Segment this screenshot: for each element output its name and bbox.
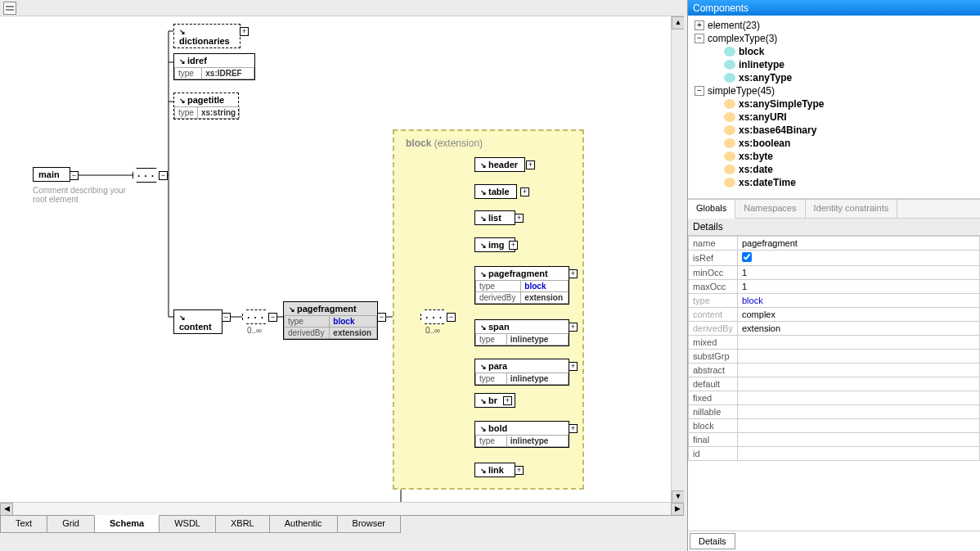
node-br-expand[interactable]: + — [503, 396, 512, 405]
node-para[interactable]: ↘paratypeinlinetype — [474, 359, 569, 386]
details-row[interactable]: default — [689, 377, 980, 391]
details-value[interactable] — [738, 364, 980, 377]
cell-val[interactable]: block — [521, 281, 569, 292]
tab-text[interactable]: Text — [0, 516, 47, 533]
node-span-expand[interactable]: + — [569, 323, 578, 332]
scroll-up-button[interactable]: ▲ — [672, 16, 685, 29]
details-value[interactable] — [738, 433, 980, 447]
node-idref[interactable]: ↘idref typexs:IDREF — [173, 53, 255, 80]
node-content[interactable]: ↘content — [173, 309, 223, 334]
tab-namespaces[interactable]: Namespaces — [735, 200, 805, 218]
node-pagefragment[interactable]: ↘pagefragmenttypeblockderivedByextension — [474, 266, 569, 305]
tree-item[interactable]: xs:date — [691, 163, 977, 176]
sequence-connector-2[interactable]: • • • — [242, 309, 270, 324]
details-grid[interactable]: namepagefragmentisRefminOcc1maxOcc1typeb… — [688, 236, 980, 531]
node-span[interactable]: ↘spantypeinlinetype — [474, 319, 569, 346]
tree-item[interactable]: xs:byte — [691, 150, 977, 163]
node-dictionaries-expand[interactable]: + — [240, 27, 249, 36]
details-row[interactable]: id — [689, 447, 980, 461]
tab-globals[interactable]: Globals — [688, 200, 735, 219]
scroll-right-button[interactable]: ▶ — [671, 503, 684, 516]
node-pagefragment[interactable]: ↘pagefragment typeblock derivedByextensi… — [283, 301, 378, 340]
details-row[interactable]: derivedByextension — [689, 322, 980, 336]
node-pagefragment-expand[interactable]: − — [377, 313, 386, 322]
details-row[interactable]: abstract — [689, 364, 980, 377]
scroll-left-button[interactable]: ◀ — [0, 503, 13, 516]
details-value[interactable] — [738, 405, 980, 419]
details-value[interactable]: block — [738, 294, 980, 308]
details-row[interactable]: block — [689, 419, 980, 433]
tree-item[interactable]: −simpleType (45) — [691, 84, 977, 97]
tab-wsdl[interactable]: WSDL — [159, 516, 216, 533]
details-row[interactable]: mixed — [689, 336, 980, 350]
tree-item[interactable]: xs:anyType — [691, 71, 977, 84]
node-list-expand[interactable]: + — [515, 214, 524, 223]
tab-xbrl[interactable]: XBRL — [215, 516, 270, 533]
node-pagefragment-expand[interactable]: + — [569, 269, 578, 278]
seq2-expand[interactable]: − — [268, 313, 277, 322]
node-link[interactable]: ↘link — [474, 463, 515, 477]
node-table[interactable]: ↘table — [474, 184, 517, 199]
node-main[interactable]: main — [33, 167, 70, 182]
tree-item[interactable]: xs:anySimpleType — [691, 97, 977, 111]
tree-expand-icon[interactable]: − — [695, 34, 704, 43]
node-pagetitle[interactable]: ↘pagetitle typexs:string — [173, 93, 239, 120]
tree-item[interactable]: block — [691, 45, 977, 58]
details-value[interactable]: 1 — [738, 266, 980, 280]
canvas-vscroll[interactable]: ▲ ▼ — [671, 16, 684, 504]
details-value[interactable] — [738, 350, 980, 364]
node-dictionaries[interactable]: ↘dictionaries — [173, 24, 241, 48]
tree-expand-icon[interactable]: + — [695, 20, 704, 30]
toolbar-grid-icon[interactable] — [3, 2, 16, 15]
tab-authentic[interactable]: Authentic — [269, 516, 338, 533]
node-content-expand[interactable]: − — [222, 313, 231, 322]
details-value[interactable] — [738, 251, 980, 266]
node-bold[interactable]: ↘boldtypeinlinetype — [474, 421, 569, 448]
node-list[interactable]: ↘list — [474, 210, 515, 225]
tab-schema[interactable]: Schema — [94, 515, 160, 533]
node-main-expand[interactable]: − — [70, 171, 79, 180]
details-value[interactable] — [738, 419, 980, 433]
details-row[interactable]: substGrp — [689, 350, 980, 364]
seq1-expand[interactable]: − — [159, 171, 168, 180]
node-header[interactable]: ↘header — [474, 157, 525, 172]
details-value[interactable] — [738, 391, 980, 405]
details-row[interactable]: contentcomplex — [689, 308, 980, 322]
tab-identity[interactable]: Identity constraints — [806, 200, 898, 218]
isref-checkbox[interactable] — [742, 252, 752, 262]
tree-expand-icon[interactable]: − — [695, 86, 704, 96]
tree-item[interactable]: xs:boolean — [691, 137, 977, 150]
tree-item[interactable]: xs:base64Binary — [691, 124, 977, 137]
node-img-expand[interactable]: + — [509, 241, 518, 250]
node-para-expand[interactable]: + — [569, 362, 578, 371]
details-value[interactable]: pagefragment — [738, 237, 980, 251]
details-row[interactable]: isRef — [689, 251, 980, 266]
details-value[interactable] — [738, 336, 980, 350]
details-row[interactable]: typeblock — [689, 294, 980, 308]
node-header-expand[interactable]: + — [526, 160, 535, 169]
cell-type-val[interactable]: block — [330, 316, 377, 327]
tree-item[interactable]: −complexType (3) — [691, 32, 977, 45]
tree-item[interactable]: xs:dateTime — [691, 176, 977, 189]
node-bold-expand[interactable]: + — [569, 424, 578, 433]
canvas-hscroll[interactable]: ◀ ▶ — [0, 502, 684, 515]
components-tree[interactable]: +element (23)−complexType (3)blockinline… — [688, 16, 980, 199]
node-link-expand[interactable]: + — [515, 466, 524, 475]
details-row[interactable]: maxOcc1 — [689, 280, 980, 294]
tab-grid[interactable]: Grid — [47, 516, 95, 533]
details-row[interactable]: final — [689, 433, 980, 447]
details-row[interactable]: nillable — [689, 405, 980, 419]
tree-item[interactable]: +element (23) — [691, 19, 977, 32]
details-value[interactable]: complex — [738, 308, 980, 322]
details-tab[interactable]: Details — [690, 533, 735, 549]
sequence-connector-3[interactable]: • • • — [420, 309, 448, 324]
node-table-expand[interactable]: + — [520, 187, 529, 196]
schema-canvas[interactable]: main − Comment describing your root elem… — [0, 16, 684, 517]
details-value[interactable]: 1 — [738, 280, 980, 294]
tree-item[interactable]: inlinetype — [691, 58, 977, 71]
details-row[interactable]: fixed — [689, 391, 980, 405]
details-row[interactable]: namepagefragment — [689, 237, 980, 251]
tab-browser[interactable]: Browser — [337, 516, 401, 533]
seq3-expand[interactable]: − — [447, 313, 456, 322]
details-row[interactable]: minOcc1 — [689, 266, 980, 280]
